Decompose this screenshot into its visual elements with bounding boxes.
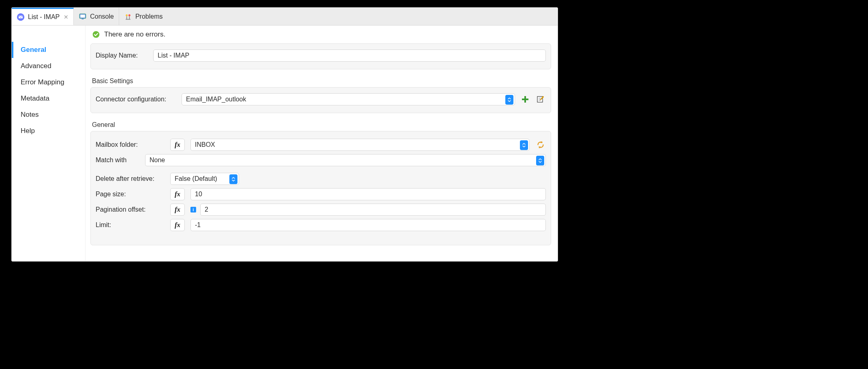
add-config-button[interactable]	[520, 94, 530, 105]
display-name-input[interactable]	[153, 49, 546, 62]
general-panel: Mailbox folder: fx INBOX Match with	[90, 131, 551, 245]
fx-button-limit[interactable]: fx	[170, 219, 185, 231]
mailbox-folder-value: INBOX	[195, 141, 215, 148]
sidebar-item-metadata[interactable]: Metadata	[12, 90, 85, 107]
tab-list-imap[interactable]: List - IMAP ✕	[12, 8, 74, 25]
pagination-offset-label: Pagination offset:	[96, 206, 165, 213]
tab-label: Problems	[135, 13, 163, 20]
display-name-panel: Display Name:	[90, 43, 551, 69]
delete-after-retrieve-label: Delete after retrieve:	[96, 175, 165, 182]
main-content: There are no errors. Display Name: Basic…	[86, 26, 558, 261]
tab-bar: List - IMAP ✕ Console Problems	[12, 8, 558, 26]
status-row: There are no errors.	[90, 30, 551, 43]
match-with-select[interactable]: None	[145, 154, 546, 166]
limit-label: Limit:	[96, 221, 165, 229]
connector-config-label: Connector configuration:	[96, 96, 177, 103]
page-size-input[interactable]	[190, 188, 546, 200]
svg-rect-5	[82, 19, 84, 19]
console-icon	[79, 13, 87, 21]
svg-rect-4	[80, 15, 85, 18]
app-window: List - IMAP ✕ Console Problems General A…	[11, 7, 558, 262]
edit-config-button[interactable]	[535, 94, 546, 105]
chevron-updown-icon	[229, 174, 237, 184]
fx-button-mailbox[interactable]: fx	[170, 139, 185, 151]
basic-settings-panel: Connector configuration: Email_IMAP_outl…	[90, 87, 551, 113]
tab-label: List - IMAP	[28, 13, 60, 21]
display-name-label: Display Name:	[96, 52, 148, 59]
svg-rect-10	[522, 99, 528, 100]
status-text: There are no errors.	[104, 30, 165, 39]
svg-rect-1	[19, 15, 23, 18]
limit-input[interactable]	[190, 219, 546, 231]
fx-button-pagesize[interactable]: fx	[170, 188, 185, 200]
tab-problems[interactable]: Problems	[119, 8, 168, 25]
svg-point-6	[126, 14, 128, 16]
svg-point-8	[93, 31, 100, 38]
envelope-icon	[17, 13, 25, 21]
basic-settings-title: Basic Settings	[90, 75, 551, 87]
info-badge-icon: i	[190, 207, 196, 212]
body: General Advanced Error Mapping Metadata …	[12, 26, 558, 261]
pagination-offset-input[interactable]	[200, 204, 546, 216]
chevron-updown-icon	[505, 95, 513, 105]
delete-after-retrieve-value: False (Default)	[175, 175, 217, 182]
sidebar-item-help[interactable]: Help	[12, 123, 85, 139]
connector-config-select[interactable]: Email_IMAP_outlook	[182, 93, 515, 105]
mailbox-folder-select[interactable]: INBOX	[190, 139, 530, 151]
match-with-value: None	[150, 157, 165, 164]
fx-button-pagination-offset[interactable]: fx	[170, 204, 185, 216]
chevron-updown-icon	[520, 140, 528, 150]
delete-after-retrieve-select[interactable]: False (Default)	[170, 173, 239, 185]
page-size-label: Page size:	[96, 191, 165, 198]
chevron-updown-icon	[536, 156, 544, 165]
sidebar-item-error-mapping[interactable]: Error Mapping	[12, 74, 85, 90]
sidebar-item-advanced[interactable]: Advanced	[12, 58, 85, 74]
match-with-label: Match with	[96, 157, 139, 164]
sidebar-item-general[interactable]: General	[12, 42, 85, 58]
general-title: General	[90, 119, 551, 131]
problems-icon	[124, 13, 132, 21]
close-icon[interactable]: ✕	[64, 14, 68, 20]
sidebar: General Advanced Error Mapping Metadata …	[12, 26, 86, 261]
tab-console[interactable]: Console	[74, 8, 119, 25]
mailbox-folder-label: Mailbox folder:	[96, 141, 165, 148]
svg-point-7	[128, 14, 130, 16]
connector-config-value: Email_IMAP_outlook	[186, 96, 246, 103]
sidebar-item-notes[interactable]: Notes	[12, 107, 85, 123]
tab-label: Console	[90, 13, 114, 20]
refresh-icon[interactable]	[535, 139, 546, 150]
ok-check-icon	[92, 30, 100, 39]
